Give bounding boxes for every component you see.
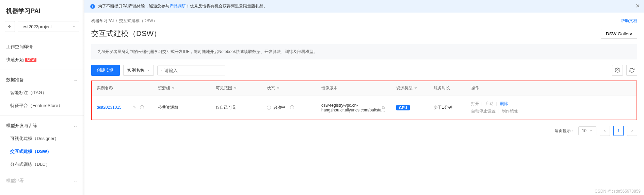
- project-selector[interactable]: test2023project: [18, 21, 79, 32]
- sidebar-group-data[interactable]: 数据准备 ︿: [0, 73, 84, 86]
- col-resource-group[interactable]: 资源组▿: [153, 81, 211, 95]
- filter-icon[interactable]: ▿: [415, 86, 417, 90]
- sidebar-item-workspace[interactable]: 工作空间详情: [0, 40, 84, 53]
- instance-name-link[interactable]: test20231015: [97, 105, 122, 110]
- gear-icon: [615, 68, 620, 73]
- watermark: CSDN @csdn565973859: [595, 189, 641, 194]
- refresh-icon: [629, 68, 634, 73]
- main: 为了不断提升PAI产品体验，诚邀您参与产品调研！优秀反馈将有机会获得阿里云限量版…: [84, 0, 644, 195]
- toolbar: 创建实例 实例名称: [91, 65, 637, 76]
- chevron-up-icon: ︿: [74, 77, 78, 83]
- sidebar-item-label: 特征平台（FeatureStore）: [10, 103, 63, 109]
- cell-resource-group: 公共资源组: [153, 95, 211, 120]
- chevron-up-icon: ︿: [74, 123, 78, 129]
- sidebar: 机器学习PAI test2023project 工作空间详情 快速开始 NEW: [0, 0, 84, 195]
- cell-image: dsw-registry-vpc.cn-hangzhou.cr.aliyuncs…: [321, 103, 387, 112]
- sidebar-item-quickstart[interactable]: 快速开始 NEW: [0, 53, 84, 66]
- instance-table: 实例名称 资源组▿ 可见范围▿ 状态▿ 镜像版本 资源类型▿ 服务时长 操作: [91, 81, 637, 120]
- sidebar-item-label: 可视化建模（Designer）: [10, 136, 59, 142]
- next-page-button[interactable]: [627, 126, 637, 136]
- search-input[interactable]: [164, 68, 222, 73]
- breadcrumb-root[interactable]: 机器学习PAI: [91, 18, 114, 24]
- loading-spinner-icon: [267, 106, 271, 110]
- chevron-up-icon: ︿: [74, 178, 78, 184]
- product-logo: 机器学习PAI: [0, 3, 84, 21]
- banner-text: 为了不断提升PAI产品体验，诚邀您参与: [98, 4, 170, 8]
- cell-ops: 打开| 启动| 删除 自动停止设置| 制作镜像: [466, 95, 637, 120]
- svg-point-4: [617, 70, 618, 71]
- back-button[interactable]: [5, 21, 15, 32]
- sidebar-item-label: 分布式训练（DLC）: [10, 161, 50, 167]
- breadcrumb-current: 交互式建模（DSW）: [119, 18, 157, 24]
- sidebar-group-deploy[interactable]: 模型部署 ︿: [0, 174, 84, 187]
- pager-label: 每页显示：: [554, 128, 575, 134]
- search-icon: [161, 68, 162, 73]
- filter-field-label: 实例名称: [127, 67, 145, 73]
- sidebar-group-label: 模型开发与训练: [6, 123, 37, 129]
- info-icon[interactable]: ⓘ: [290, 105, 294, 110]
- copy-icon[interactable]: ⧉: [382, 105, 385, 110]
- table-row: test20231015 ✎ ⓘ 公共资源组 仅自己可见 启动中 ⓘ: [92, 95, 637, 120]
- op-make-image[interactable]: 制作镜像: [502, 109, 518, 113]
- filter-icon[interactable]: ▿: [172, 86, 174, 90]
- filter-icon[interactable]: ▿: [234, 86, 236, 90]
- filter-field-select[interactable]: 实例名称: [123, 65, 154, 76]
- svg-point-3: [161, 70, 162, 71]
- info-icon: [90, 4, 95, 9]
- gpu-badge: GPU: [396, 105, 410, 110]
- sidebar-item-dsw[interactable]: 交互式建模（DSW）: [0, 145, 84, 158]
- sidebar-item-dlc[interactable]: 分布式训练（DLC）: [0, 158, 84, 171]
- settings-button[interactable]: [612, 65, 623, 76]
- cell-runtime: 少于1分钟: [429, 95, 466, 120]
- filter-icon[interactable]: ▿: [277, 86, 279, 90]
- op-open[interactable]: 打开: [471, 101, 479, 106]
- refresh-button[interactable]: [626, 65, 637, 76]
- chevron-down-icon: [589, 129, 593, 132]
- col-status[interactable]: 状态▿: [262, 81, 317, 95]
- svg-rect-1: [92, 6, 93, 7]
- pagination: 每页显示： 10 1: [91, 126, 637, 136]
- op-start[interactable]: 启动: [485, 101, 494, 106]
- arrow-left-icon: [7, 24, 12, 29]
- col-runtime: 服务时长: [429, 81, 466, 95]
- sidebar-item-featurestore[interactable]: 特征平台（FeatureStore）: [0, 99, 84, 112]
- edit-icon[interactable]: ✎: [133, 105, 136, 110]
- col-image: 镜像版本: [317, 81, 391, 95]
- status-text: 启动中: [273, 105, 285, 110]
- info-icon[interactable]: ⓘ: [140, 105, 144, 110]
- prev-page-button[interactable]: [600, 126, 610, 136]
- project-name: test2023project: [21, 24, 52, 29]
- help-link[interactable]: 帮助文档: [621, 18, 637, 24]
- create-instance-button[interactable]: 创建实例: [91, 65, 120, 76]
- page-number-button[interactable]: 1: [613, 126, 624, 136]
- col-resource-type[interactable]: 资源类型▿: [391, 81, 429, 95]
- page-size-select[interactable]: 10: [578, 126, 596, 135]
- sidebar-group-label: 模型部署: [6, 178, 24, 184]
- chevron-down-icon: [147, 69, 150, 72]
- image-text: dsw-registry-vpc.cn-hangzhou.cr.aliyuncs…: [321, 103, 379, 112]
- chevron-down-icon: [72, 25, 76, 28]
- svg-rect-2: [92, 5, 93, 5]
- breadcrumb: 机器学习PAI / 交互式建模（DSW） 帮助文档: [91, 18, 637, 24]
- banner-link[interactable]: 产品调研: [170, 4, 186, 8]
- op-delete[interactable]: 删除: [500, 101, 508, 106]
- col-ops: 操作: [466, 81, 637, 95]
- sidebar-item-label: 快速开始: [6, 57, 24, 62]
- sidebar-group-label: 数据准备: [6, 77, 24, 83]
- sidebar-item-designer[interactable]: 可视化建模（Designer）: [0, 132, 84, 145]
- close-icon[interactable]: ✕: [635, 3, 640, 9]
- sidebar-group-train[interactable]: 模型开发与训练 ︿: [0, 119, 84, 132]
- banner-text: ！优秀反馈将有机会获得阿里云限量版礼品。: [186, 4, 268, 8]
- sidebar-item-itag[interactable]: 智能标注（iTAG）: [0, 86, 84, 99]
- sidebar-item-label: 智能标注（iTAG）: [10, 90, 47, 96]
- col-visibility[interactable]: 可见范围▿: [211, 81, 262, 95]
- cell-status: 启动中 ⓘ: [267, 105, 312, 110]
- new-badge: NEW: [25, 58, 36, 62]
- chevron-left-icon: [603, 129, 607, 133]
- page-size-value: 10: [582, 128, 586, 133]
- dsw-gallery-button[interactable]: DSW Gallery: [601, 29, 637, 39]
- search-box[interactable]: [157, 66, 225, 75]
- col-name: 实例名称: [92, 81, 153, 95]
- op-auto-stop[interactable]: 自动停止设置: [471, 109, 496, 113]
- sidebar-item-label: 交互式建模（DSW）: [10, 148, 51, 155]
